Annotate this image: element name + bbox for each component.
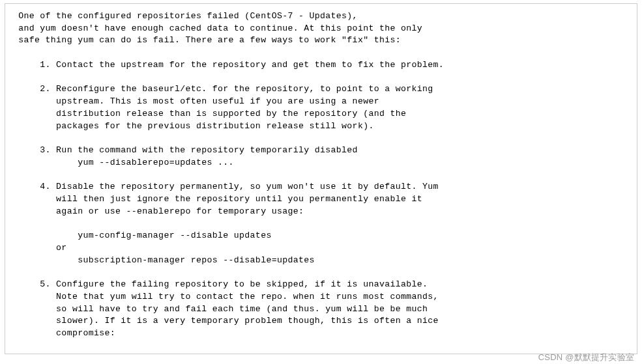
fix-option-4: 4. Disable the repository permanently, s…	[13, 182, 439, 191]
error-header-line: One of the configured repositories faile…	[13, 11, 358, 21]
fix-option-4: again or use --enablerepo for temporary …	[13, 206, 304, 216]
fix-option-5: Note that yum will try to contact the re…	[13, 292, 439, 301]
fix-option-5: compromise:	[13, 328, 115, 338]
fix-option-3-command: yum --disablerepo=updates ...	[13, 158, 234, 167]
fix-option-2: upstream. This is most often useful if y…	[13, 96, 379, 106]
fix-option-3: 3. Run the command with the repository t…	[13, 145, 358, 155]
fix-option-5: so will have to try and fail each time (…	[13, 304, 428, 314]
error-header-line: safe thing yum can do is fail. There are…	[13, 35, 401, 45]
fix-option-4: will then just ignore the repository unt…	[13, 194, 422, 204]
fix-option-2: packages for the previous distribution r…	[13, 121, 374, 131]
fix-option-5: 5. Configure the failing repository to b…	[13, 279, 428, 289]
fix-option-4-command: yum-config-manager --disable updates	[13, 231, 272, 240]
terminal-output-box: One of the configured repositories faile…	[5, 3, 637, 354]
fix-option-4-or: or	[13, 243, 67, 253]
error-header-line: and yum doesn't have enough cached data …	[13, 23, 422, 33]
fix-option-2: distribution release than is supported b…	[13, 109, 406, 119]
csdn-watermark: CSDN @默默提升实验室	[538, 352, 634, 363]
fix-option-2: 2. Reconfigure the baseurl/etc. for the …	[13, 84, 433, 94]
fix-option-4-command: subscription-manager repos --disable=upd…	[13, 255, 315, 265]
fix-option-5-command: yum-config-manager --save --setopt=updat…	[13, 353, 439, 354]
fix-option-1: 1. Contact the upstream for the reposito…	[13, 60, 444, 70]
terminal-output-text: One of the configured repositories faile…	[13, 10, 629, 354]
fix-option-5: slower). If it is a very temporary probl…	[13, 316, 439, 326]
